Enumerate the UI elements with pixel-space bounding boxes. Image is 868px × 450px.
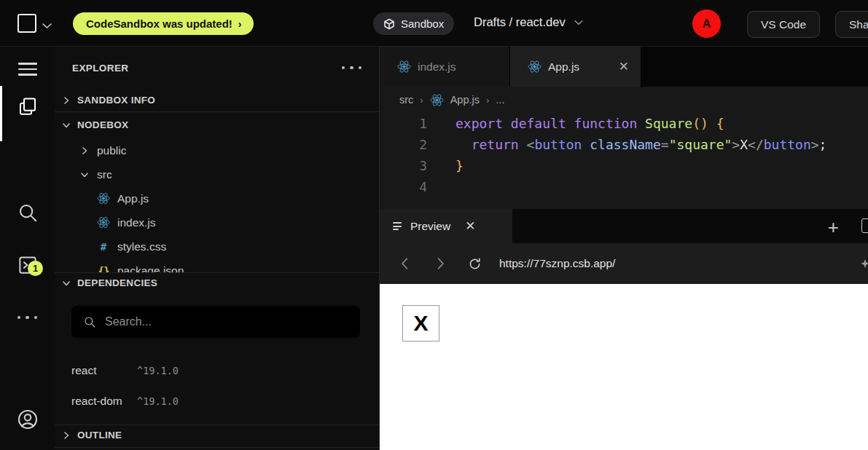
preview-close-icon[interactable]: ✕ — [465, 218, 475, 234]
tree-folder-public[interactable]: public — [55, 138, 379, 162]
preview-tab-label: Preview — [410, 220, 450, 233]
file-name: index.js — [117, 216, 156, 229]
line-number: 1 — [380, 116, 427, 131]
sandbox-badge-label: Sandbox — [401, 17, 444, 30]
menu-hamburger-icon[interactable] — [0, 49, 55, 90]
tree-file-styles.css[interactable]: #styles.css — [55, 234, 379, 258]
react-file-icon — [97, 192, 110, 205]
breadcrumb-chevron-down-icon — [574, 20, 583, 25]
account-icon[interactable] — [0, 399, 55, 440]
line-number: 3 — [380, 158, 427, 173]
code-line: 2 return <button className="square">X</b… — [380, 134, 868, 155]
vscode-button-label: VS Code — [761, 18, 806, 31]
code-editor[interactable]: 1export default function Square() {2 ret… — [380, 113, 868, 209]
react-file-icon — [97, 216, 110, 229]
search-icon[interactable] — [0, 192, 55, 233]
chevron-right-icon — [80, 146, 89, 155]
workspace-chevron-down-icon[interactable] — [42, 19, 52, 32]
preview-viewport: X — [380, 284, 868, 450]
code-line: 1export default function Square() { — [380, 113, 868, 134]
terminal-icon[interactable]: 1 — [0, 245, 55, 285]
preview-nav-bar: https://77sznp.csb.app/ — [380, 243, 868, 284]
codesandbox-logo-icon[interactable] — [17, 14, 36, 33]
dependency-list: react^19.1.0react-dom^19.1.0 — [71, 355, 363, 417]
section-dependencies[interactable]: DEPENDENCIES — [55, 273, 379, 293]
tree-folder-src[interactable]: src — [55, 162, 379, 186]
css-file-icon: # — [97, 241, 110, 253]
refresh-icon[interactable] — [468, 257, 482, 271]
tree-file-package.json[interactable]: {}package.json — [55, 258, 379, 272]
package-name: react-dom — [71, 395, 128, 408]
section-sandbox-info[interactable]: SANDBOX INFO — [55, 90, 379, 110]
editor-tab-index.js[interactable]: index.js — [380, 47, 510, 87]
tree-file-App.js[interactable]: App.js — [55, 186, 379, 210]
preview-url[interactable]: https://77sznp.csb.app/ — [499, 257, 615, 270]
update-banner-label: CodeSandbox was updated! — [86, 17, 232, 30]
explorer-more-button[interactable] — [342, 66, 362, 70]
react-file-icon — [397, 60, 411, 74]
title-bar: CodeSandbox was updated! › Sandbox Draft… — [0, 0, 868, 47]
section-nodebox[interactable]: NODEBOX — [55, 115, 379, 135]
json-file-icon: {} — [97, 265, 110, 273]
package-version: ^19.1.0 — [137, 395, 179, 407]
editor-tab-bar: index.js App.js ✕ — [380, 47, 868, 87]
chevron-right-icon — [62, 431, 71, 440]
chevron-down-icon — [80, 170, 89, 179]
file-tree: publicsrcApp.jsindex.js#styles.css{}pack… — [55, 138, 379, 272]
react-file-icon — [430, 93, 444, 107]
file-name: styles.css — [117, 240, 166, 253]
square-button[interactable]: X — [402, 305, 439, 342]
project-breadcrumb[interactable]: Drafts / react.dev — [474, 15, 583, 29]
file-name: App.js — [117, 192, 149, 205]
editor-tab-App.js[interactable]: App.js ✕ — [510, 47, 641, 87]
codesandbox-window: CodeSandbox was updated! › Sandbox Draft… — [0, 0, 868, 450]
section-outline[interactable]: OUTLINE — [55, 425, 379, 445]
section-label: OUTLINE — [77, 430, 122, 441]
dependency-search-input[interactable] — [105, 315, 324, 328]
vscode-button[interactable]: VS Code — [747, 11, 820, 38]
chevron-down-icon — [62, 121, 71, 130]
share-button[interactable]: Sha — [835, 11, 868, 38]
line-number: 2 — [380, 137, 427, 152]
dependency-row[interactable]: react^19.1.0 — [71, 355, 363, 386]
tab-label: index.js — [418, 60, 456, 74]
crumb-segment[interactable]: ... — [496, 94, 504, 106]
project-breadcrumb-label: Drafts / react.dev — [474, 15, 566, 29]
chevron-right-icon — [62, 96, 71, 105]
dependency-search — [71, 306, 360, 338]
terminal-count-badge: 1 — [28, 261, 43, 276]
react-file-icon — [528, 60, 541, 74]
tree-file-index.js[interactable]: index.js — [55, 210, 379, 234]
folder-name: public — [97, 144, 127, 157]
add-preview-icon[interactable]: + — [828, 216, 839, 239]
search-icon — [83, 315, 96, 328]
crumb-segment[interactable]: App.js — [450, 94, 480, 106]
preview-tab-bar: Preview ✕ + — [380, 209, 868, 243]
package-name: react — [71, 364, 128, 377]
banner-chevron-icon: › — [238, 18, 242, 30]
more-views-icon[interactable] — [0, 297, 55, 338]
open-pane-icon[interactable] — [861, 218, 868, 233]
sparkle-icon[interactable] — [860, 258, 868, 274]
dependency-row[interactable]: react-dom^19.1.0 — [71, 386, 363, 417]
activity-bar: 1 — [0, 47, 55, 450]
cube-icon — [383, 18, 395, 30]
section-label: SANDBOX INFO — [77, 95, 155, 106]
folder-name: src — [97, 168, 112, 181]
nav-forward-icon[interactable] — [435, 257, 446, 270]
explorer-files-icon[interactable] — [0, 86, 55, 127]
tab-close-icon[interactable]: ✕ — [619, 60, 629, 73]
tab-label: App.js — [548, 60, 579, 74]
update-banner-button[interactable]: CodeSandbox was updated! › — [73, 12, 254, 35]
line-number: 4 — [380, 179, 427, 194]
preview-tab[interactable]: Preview ✕ — [380, 209, 512, 243]
avatar[interactable]: A — [692, 9, 721, 38]
crumb-segment[interactable]: src — [399, 94, 413, 106]
section-label: DEPENDENCIES — [77, 277, 157, 288]
share-button-label: Sha — [849, 18, 868, 31]
editor-region: index.js App.js ✕ src›App.js›... 1export… — [380, 47, 868, 450]
avatar-letter: A — [703, 17, 711, 31]
editor-breadcrumb[interactable]: src›App.js›... — [380, 87, 868, 113]
sandbox-badge[interactable]: Sandbox — [373, 12, 454, 35]
nav-back-icon[interactable] — [399, 257, 410, 270]
